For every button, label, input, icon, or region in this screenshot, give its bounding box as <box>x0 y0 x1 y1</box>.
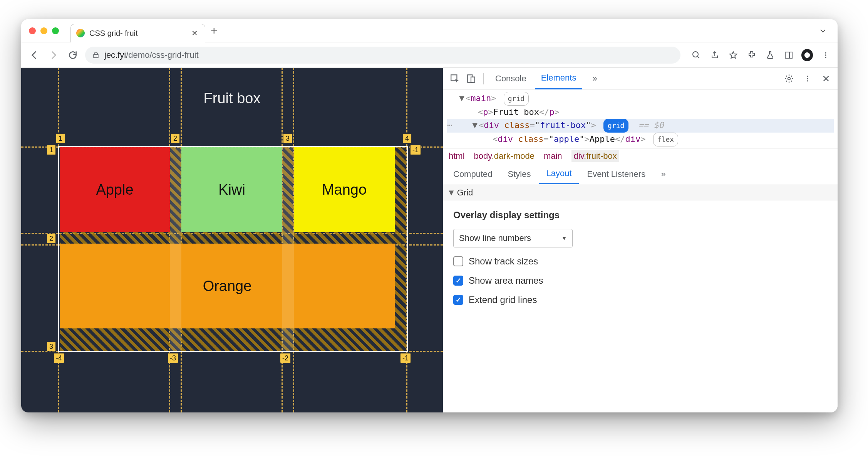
layout-body: Overlay display settings Show line numbe… <box>443 201 838 314</box>
sub-tab-event-listeners[interactable]: Event Listeners <box>580 164 653 184</box>
svg-point-10 <box>807 78 808 79</box>
svg-rect-1 <box>785 52 792 58</box>
grid-line-label: 3 <box>283 133 292 143</box>
breadcrumb-item-selected[interactable]: div.fruit-box <box>571 150 619 162</box>
disclosure-triangle-icon[interactable]: ▼ <box>459 92 465 105</box>
dom-text: Fruit box <box>493 107 539 117</box>
share-icon[interactable] <box>709 49 721 61</box>
tab-elements[interactable]: Elements <box>535 68 583 89</box>
checkbox-icon <box>453 295 463 305</box>
minimize-window-button[interactable] <box>40 27 47 34</box>
tab-title: CSS grid- fruit <box>89 29 138 38</box>
star-icon[interactable] <box>727 49 739 61</box>
url-domain: jec.fyi <box>104 50 126 60</box>
disclosure-triangle-icon[interactable]: ▼ <box>472 119 478 132</box>
new-tab-button[interactable]: + <box>211 24 218 37</box>
labs-icon[interactable] <box>764 49 776 61</box>
grid-badge-active[interactable]: grid <box>603 119 628 133</box>
checkbox-icon <box>453 276 463 286</box>
favicon-icon <box>76 29 85 37</box>
window-controls <box>29 27 59 34</box>
browser-window: CSS grid- fruit ✕ + jec.fyi/demo/css-gri… <box>21 19 838 412</box>
select-value: Show line numbers <box>459 233 531 243</box>
svg-rect-7 <box>471 77 475 82</box>
grid-line-label: -3 <box>168 353 178 363</box>
grid-line-label: -2 <box>280 353 291 363</box>
svg-point-8 <box>788 77 791 80</box>
close-tab-button[interactable]: ✕ <box>191 29 198 38</box>
flex-badge[interactable]: flex <box>653 133 678 146</box>
kebab-menu-button[interactable] <box>801 72 814 86</box>
grid-container: Apple Kiwi Mango Orange <box>60 147 406 351</box>
tabs-dropdown-button[interactable] <box>816 27 830 35</box>
devtools-panel: Console Elements » ▼<main> grid <p>Fruit… <box>443 68 838 412</box>
dom-tree[interactable]: ▼<main> grid <p>Fruit box</p> ⋯ ▼<div cl… <box>443 89 838 148</box>
extensions-icon[interactable] <box>746 49 757 61</box>
device-toggle-button[interactable] <box>464 72 478 86</box>
checkbox-label: Show area names <box>469 275 543 286</box>
page-title: Fruit box <box>204 90 261 107</box>
dom-attr-value: apple <box>554 134 579 144</box>
settings-button[interactable] <box>782 72 796 86</box>
inspect-element-button[interactable] <box>448 72 462 86</box>
breadcrumb-item[interactable]: main <box>544 151 562 161</box>
side-panel-icon[interactable] <box>783 49 794 61</box>
svg-point-2 <box>825 52 826 53</box>
grid-section-header[interactable]: ▼Grid <box>443 184 838 201</box>
checkbox-extend-lines[interactable]: Extend grid lines <box>453 294 828 305</box>
menu-button[interactable] <box>820 49 831 61</box>
zoom-icon[interactable] <box>690 49 702 61</box>
grid-line-label: -1 <box>410 145 421 155</box>
chevron-down-icon: ▼ <box>561 235 567 241</box>
checkbox-area-names[interactable]: Show area names <box>453 275 828 286</box>
ellipsis-icon[interactable]: ⋯ <box>445 119 454 132</box>
grid-line-label: 1 <box>47 145 56 155</box>
grid-line-label: 1 <box>56 133 65 143</box>
breadcrumb-item[interactable]: html <box>449 151 465 161</box>
url-input[interactable]: jec.fyi/demo/css-grid-fruit <box>85 47 680 64</box>
avatar-icon <box>801 49 813 61</box>
forward-button[interactable] <box>47 48 60 62</box>
grid-outline <box>58 146 408 352</box>
dom-selected-node[interactable]: ⋯ ▼<div class="fruit-box"> grid == $0 <box>447 119 834 133</box>
lock-icon <box>92 51 100 59</box>
sub-tab-layout[interactable]: Layout <box>539 164 578 184</box>
dom-attr-value: fruit-box <box>540 120 586 130</box>
svg-point-0 <box>693 52 698 57</box>
back-button[interactable] <box>27 48 41 62</box>
close-devtools-button[interactable] <box>819 72 833 86</box>
selected-indicator: == $0 <box>638 120 664 130</box>
content-area: Fruit box Apple Kiwi Mango Orange <box>21 68 838 412</box>
reload-button[interactable] <box>66 48 80 62</box>
tab-console[interactable]: Console <box>489 68 533 89</box>
address-bar: jec.fyi/demo/css-grid-fruit <box>21 42 838 68</box>
grid-line-label: -1 <box>400 353 411 363</box>
overlay-settings-heading: Overlay display settings <box>453 210 828 220</box>
grid-gap <box>170 147 181 351</box>
styles-sub-tabs: Computed Styles Layout Event Listeners » <box>443 164 838 184</box>
close-window-button[interactable] <box>29 27 36 34</box>
breadcrumb-item[interactable]: body.dark-mode <box>474 151 535 161</box>
disclosure-triangle-icon: ▼ <box>447 188 456 198</box>
tabs-overflow-button[interactable]: » <box>586 68 603 89</box>
checkbox-icon <box>453 256 463 266</box>
grid-line-label: 2 <box>47 234 56 244</box>
page-viewport: Fruit box Apple Kiwi Mango Orange <box>21 68 443 412</box>
checkbox-track-sizes[interactable]: Show track sizes <box>453 256 828 267</box>
title-bar: CSS grid- fruit ✕ + <box>21 19 838 42</box>
grid-line-label: 2 <box>171 133 180 143</box>
toolbar-icons <box>690 49 831 61</box>
sub-tabs-overflow[interactable]: » <box>654 164 672 184</box>
profile-button[interactable] <box>801 49 813 61</box>
line-numbers-select[interactable]: Show line numbers ▼ <box>453 229 573 247</box>
checkbox-label: Show track sizes <box>469 256 538 267</box>
sub-tab-styles[interactable]: Styles <box>501 164 538 184</box>
breadcrumb: html body.dark-mode main div.fruit-box <box>443 148 838 164</box>
svg-point-9 <box>807 76 808 77</box>
grid-line-label: 3 <box>47 342 56 352</box>
browser-tab[interactable]: CSS grid- fruit ✕ <box>70 24 205 42</box>
maximize-window-button[interactable] <box>52 27 59 34</box>
sub-tab-computed[interactable]: Computed <box>446 164 499 184</box>
grid-gap <box>282 147 294 351</box>
grid-badge[interactable]: grid <box>504 92 529 106</box>
